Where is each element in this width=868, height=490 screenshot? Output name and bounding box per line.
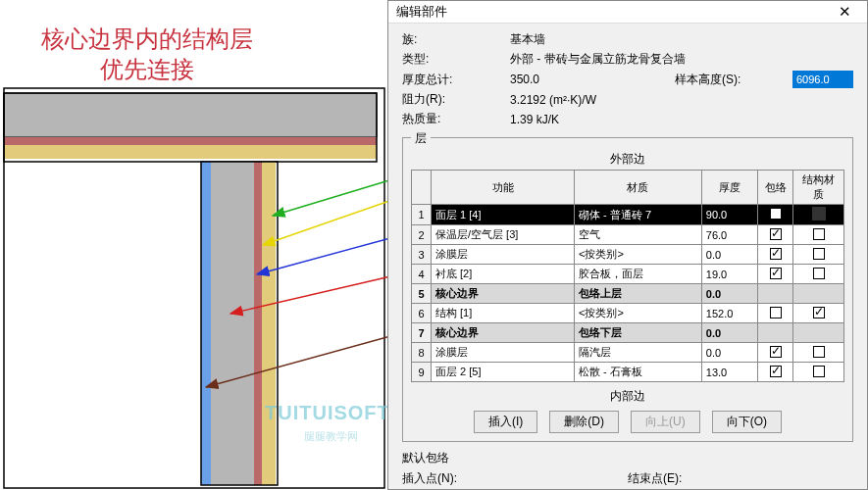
layers-table[interactable]: 功能 材质 厚度 包络 结构材质 1面层 1 [4]砌体 - 普通砖 790.0… [411,170,844,382]
layers-section: 层 外部边 功能 材质 厚度 包络 结构材质 1面层 1 [4]砌体 - 普通砖… [402,137,853,442]
table-row[interactable]: 5核心边界包络上层0.0 [412,284,844,304]
svg-rect-0 [4,93,377,137]
col-thickness: 厚度 [701,171,757,205]
struct-checkbox[interactable] [813,248,825,260]
total-thickness-value: 350.0 [510,73,675,86]
svg-rect-3 [4,145,377,159]
resistance-label: 阻力(R): [402,91,510,108]
table-row[interactable]: 4衬底 [2]胶合板，面层19.0 [412,265,844,284]
insert-point-label: 插入点(N): [402,470,549,487]
table-row[interactable]: 2保温层/空气层 [3]空气76.0 [412,225,844,245]
wrap-checkbox[interactable] [770,346,782,358]
interior-side-label: 内部边 [411,388,844,405]
wrap-checkbox[interactable] [770,366,782,377]
wrap-checkbox[interactable] [770,248,782,260]
svg-rect-5 [201,162,211,485]
dialog-title: 编辑部件 [396,3,447,21]
default-wrap-label: 默认包络 [402,450,853,466]
sample-height-label: 样本高度(S): [675,72,792,88]
watermark-sub: 腿腿教学网 [304,429,358,444]
svg-rect-8 [262,162,276,485]
annotation-line2: 优先连接 [100,57,194,82]
struct-checkbox[interactable] [813,346,825,358]
thermal-mass-label: 热质量: [402,111,510,127]
table-row[interactable]: 6结构 [1]<按类别>152.0 [412,304,844,323]
wrap-checkbox[interactable] [770,307,782,318]
wrap-checkbox[interactable] [770,228,782,240]
material-swatch[interactable] [812,207,826,220]
close-button[interactable]: ✕ [830,1,859,23]
type-value: 外部 - 带砖与金属立筋龙骨复合墙 [510,51,853,68]
dialog-titlebar: 编辑部件 ✕ [388,1,867,24]
table-row[interactable]: 1面层 1 [4]砌体 - 普通砖 790.0 [412,205,844,225]
col-wrap: 包络 [758,171,793,205]
family-label: 族: [402,31,510,48]
svg-rect-2 [4,137,377,145]
struct-checkbox[interactable] [813,307,825,318]
edit-assembly-dialog: 编辑部件 ✕ 族: 基本墙 类型: 外部 - 带砖与金属立筋龙骨复合墙 厚度总计… [387,0,868,490]
watermark: TUITUISOFT [265,402,390,424]
wrap-checkbox[interactable] [770,208,782,220]
annotation-line1: 核心边界内的结构层 [41,26,253,52]
move-up-button[interactable]: 向上(U) [631,411,700,433]
resistance-value: 3.2192 (m²·K)/W [510,93,853,107]
table-row[interactable]: 8涂膜层隔汽层0.0 [412,343,844,363]
properties-grid: 族: 基本墙 类型: 外部 - 带砖与金属立筋龙骨复合墙 厚度总计: 350.0… [402,31,853,127]
exterior-side-label: 外部边 [411,151,844,168]
family-value: 基本墙 [510,31,853,48]
col-struct-material: 结构材质 [793,171,844,205]
col-material: 材质 [575,171,702,205]
type-label: 类型: [402,51,510,68]
wrap-checkbox[interactable] [770,268,782,279]
delete-button[interactable]: 删除(D) [549,411,619,433]
insert-button[interactable]: 插入(I) [474,411,537,433]
svg-rect-6 [211,162,254,485]
table-row[interactable]: 7核心边界包络下层0.0 [412,323,844,343]
struct-checkbox[interactable] [813,268,825,279]
svg-rect-7 [254,162,262,485]
default-wrap-section: 默认包络 插入点(N): 不包络 ▼ 结束点(E): 无 ▼ [402,450,853,490]
annotation-text: 核心边界内的结构层 优先连接 [20,24,275,85]
end-point-label: 结束点(E): [628,470,775,487]
move-down-button[interactable]: 向下(O) [712,411,782,433]
col-function: 功能 [432,171,575,205]
thermal-mass-value: 1.39 kJ/K [510,113,853,126]
total-thickness-label: 厚度总计: [402,72,510,88]
layers-caption: 层 [411,130,431,147]
table-row[interactable]: 3涂膜层<按类别>0.0 [412,245,844,265]
struct-checkbox[interactable] [813,366,825,377]
struct-checkbox[interactable] [813,228,825,240]
sample-height-input[interactable] [792,71,853,88]
table-row[interactable]: 9面层 2 [5]松散 - 石膏板13.0 [412,363,844,382]
